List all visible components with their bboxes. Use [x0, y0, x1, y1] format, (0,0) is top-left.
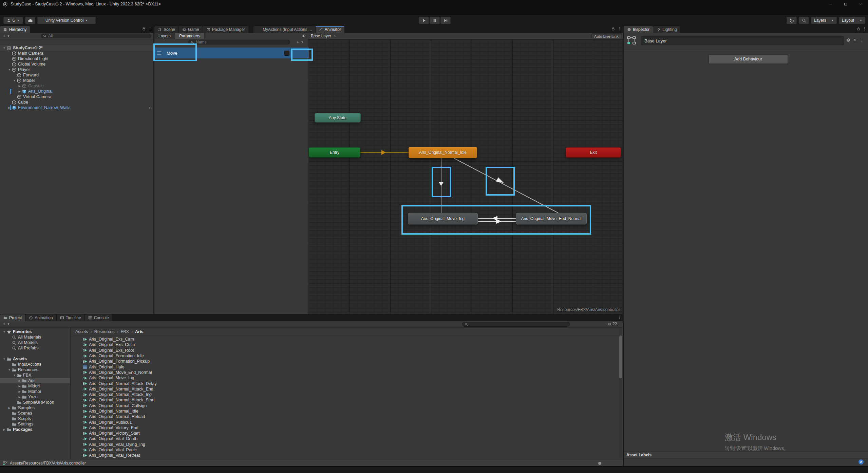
add-behaviour-button[interactable]: Add Behaviour [709, 54, 788, 64]
file-item[interactable]: Aris_Original_Normal_Attack_Ing [71, 392, 618, 397]
menu-item[interactable] [1, 8, 7, 15]
file-item[interactable]: Aris_Original_Normal_Attack_Delay [71, 381, 618, 386]
menu-item[interactable] [43, 8, 50, 15]
status-icon[interactable] [840, 467, 845, 472]
transport-button[interactable] [430, 17, 440, 24]
undo-history-button[interactable] [787, 17, 797, 24]
tab-layers[interactable]: Layers [154, 33, 175, 39]
file-item[interactable]: Aris_Original_Normal_Callsign [71, 403, 618, 408]
layout-dropdown[interactable]: Layout▼ [839, 17, 865, 24]
account-button[interactable]: G▼ [3, 17, 23, 24]
expand-arrow-icon[interactable]: ▶ [17, 90, 22, 93]
menu-item[interactable] [37, 8, 43, 15]
filter-icon[interactable] [581, 322, 585, 326]
global-search-button[interactable] [799, 17, 809, 24]
status-icon[interactable] [860, 467, 865, 472]
thumbnail-size-slider[interactable] [598, 462, 601, 465]
auto-live-link-button[interactable]: Auto Live Link [591, 33, 621, 39]
window-control-button[interactable] [823, 0, 838, 8]
folder-tree-item[interactable]: ▶ Packages [0, 427, 70, 432]
asset-labels-header[interactable]: Asset Labels [624, 452, 868, 458]
kebab-menu-icon[interactable] [148, 27, 152, 31]
dock-tab[interactable]: Animator [316, 26, 344, 33]
file-item[interactable]: Aris_Original_Exs_Cam [71, 336, 618, 342]
parameter-search[interactable] [188, 40, 290, 44]
layer-name-field[interactable] [641, 36, 844, 45]
expand-arrow-icon[interactable]: ▶ [17, 385, 22, 388]
dock-tab[interactable]: MyActions (Input Actions ... [253, 26, 315, 33]
hierarchy-item[interactable]: Forward [0, 72, 153, 78]
dock-tab[interactable]: Package Manager [203, 26, 248, 33]
cloud-button[interactable] [25, 17, 35, 24]
file-item[interactable]: Aris_Original_Vital_Retreat [71, 453, 618, 458]
project-search-input[interactable] [470, 322, 568, 326]
lock-icon[interactable] [856, 27, 861, 31]
state-node[interactable]: Exit [566, 147, 621, 158]
folder-tree-item[interactable]: ▶ Midori [0, 383, 70, 389]
file-item[interactable]: Aris_Original_Exs_Cutin [71, 342, 618, 347]
dock-tab[interactable]: Console [85, 314, 112, 321]
expand-arrow-icon[interactable]: ▶ [17, 379, 22, 382]
kebab-menu-icon[interactable] [617, 315, 621, 319]
state-node[interactable]: Aris_Original_Normal_Idle [409, 147, 477, 158]
dock-tab[interactable]: Scene [154, 26, 178, 33]
file-item[interactable]: Aris_Original_Vital_Panic [71, 447, 618, 453]
parameter-search-input[interactable] [196, 40, 288, 44]
hierarchy-search-input[interactable] [48, 34, 149, 38]
tab-hierarchy[interactable]: Hierarchy [0, 26, 30, 33]
breadcrumb-segment[interactable]: Assets [75, 329, 94, 334]
folder-tree-item[interactable] [0, 351, 70, 356]
hierarchy-item[interactable]: ▼ StudyCase1-2* [0, 45, 153, 51]
hierarchy-create-button[interactable]: ▼ [2, 34, 10, 38]
expand-arrow-icon[interactable]: ▼ [7, 368, 12, 371]
folder-tree-item[interactable]: All Models [0, 340, 70, 345]
folder-tree-item[interactable]: ▶ Aris [0, 378, 70, 383]
version-control-dropdown[interactable]: Unity Version Control▼ [37, 17, 96, 24]
parameter-row-move[interactable]: Move [154, 48, 309, 58]
folder-tree-item[interactable]: ▼ FBX [0, 372, 70, 378]
expand-arrow-icon[interactable]: ▼ [7, 68, 12, 71]
file-item[interactable]: Aris_Original_Move_Ing [71, 375, 618, 381]
breadcrumb-segment[interactable]: FBX [121, 329, 135, 334]
file-item[interactable]: Aris_Original_Victory_End [71, 425, 618, 431]
hierarchy-item[interactable]: Main Camera [0, 51, 153, 56]
transport-button[interactable] [419, 17, 429, 24]
folder-tree-item[interactable]: All Materials [0, 334, 70, 340]
hierarchy-search[interactable] [41, 34, 151, 38]
file-item[interactable]: Aris_Original_Victory_Start [71, 431, 618, 436]
expand-arrow-icon[interactable]: ▼ [12, 79, 17, 82]
file-item[interactable]: Aris_Original_Exs_Root [71, 348, 618, 353]
expand-arrow-icon[interactable]: ▶ [17, 396, 22, 399]
scrollbar-thumb[interactable] [619, 335, 622, 378]
breadcrumb[interactable]: Base Layer [311, 33, 336, 38]
presets-icon[interactable] [853, 38, 857, 42]
file-item[interactable]: Aris_Original_Move_End_Normal [71, 370, 618, 375]
folder-tree-item[interactable]: ▼ Resources [0, 367, 70, 372]
menu-item[interactable] [19, 8, 25, 15]
folder-tree-item[interactable]: Settings [0, 421, 70, 427]
file-item[interactable]: Aris_Original_Normal_Reload [71, 414, 618, 419]
menu-item[interactable] [31, 8, 37, 15]
expand-arrow-icon[interactable]: ▶ [2, 428, 6, 431]
window-control-button[interactable] [838, 0, 853, 8]
bool-checkbox[interactable] [284, 51, 289, 56]
file-item[interactable]: Aris_Original_Halo [71, 364, 618, 369]
project-search[interactable] [462, 322, 570, 327]
expand-arrow-icon[interactable]: ▶ [17, 390, 22, 393]
drag-handle[interactable] [157, 51, 161, 55]
hierarchy-item[interactable]: ▶ Environment_Narrow_Walls [0, 105, 153, 110]
folder-tree-item[interactable]: Scripts [0, 416, 70, 421]
project-create-button[interactable]: ▼ [2, 322, 10, 326]
folder-tree-item[interactable]: ▶ Yuzu [0, 394, 70, 400]
breadcrumb-segment[interactable]: Resources [94, 329, 121, 334]
expand-arrow-icon[interactable]: ▼ [2, 47, 6, 50]
filter-icon[interactable] [603, 322, 607, 326]
folder-tree-item[interactable]: SimpleURPToon [0, 400, 70, 405]
status-icon[interactable] [850, 467, 855, 472]
folder-tree-item[interactable]: All Prefabs [0, 345, 70, 351]
expand-arrow-icon[interactable]: ▶ [7, 406, 12, 410]
window-control-button[interactable] [853, 0, 868, 8]
layer-name-input[interactable] [644, 38, 844, 44]
file-item[interactable]: Aris_Original_Vital_Dying_Ing [71, 442, 618, 447]
layers-dropdown[interactable]: Layers▼ [811, 17, 837, 24]
